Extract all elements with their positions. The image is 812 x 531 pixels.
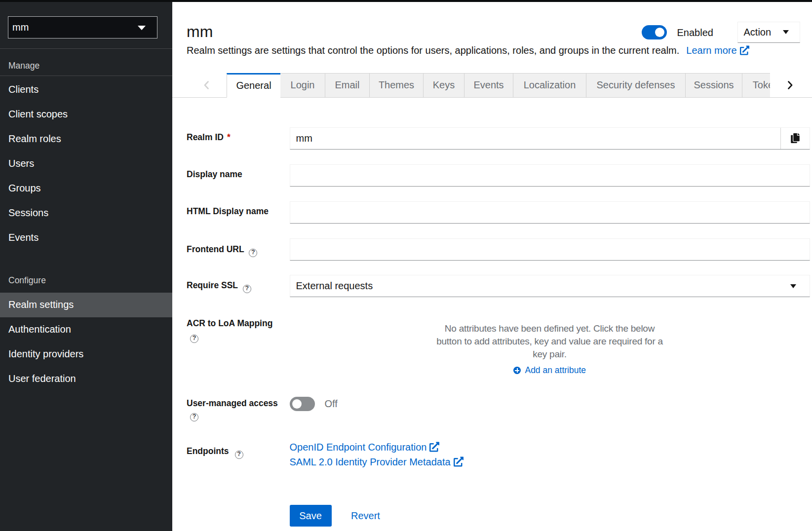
add-attribute-label: Add an attribute: [525, 365, 586, 376]
realm-id-input[interactable]: mm: [290, 128, 781, 149]
sidebar-item-authentication[interactable]: Authentication: [0, 317, 172, 342]
tabs: General Login Email Themes Keys Events L…: [172, 73, 812, 98]
sidebar-item-label: Realm roles: [8, 133, 61, 145]
help-icon[interactable]: ?: [243, 285, 251, 293]
sidebar-item-label: Groups: [8, 183, 41, 194]
sidebar-item-groups[interactable]: Groups: [0, 176, 172, 200]
require-ssl-select[interactable]: External requests: [290, 275, 810, 297]
tab-label: Themes: [379, 79, 414, 91]
tab-label: Tokens: [753, 79, 770, 91]
sidebar-item-label: Sessions: [8, 207, 48, 219]
sidebar-item-clients[interactable]: Clients: [0, 77, 172, 102]
learn-more-label: Learn more: [686, 45, 736, 56]
tab-themes[interactable]: Themes: [370, 73, 424, 98]
tab-label: Keys: [433, 79, 455, 91]
tab-keys[interactable]: Keys: [424, 73, 464, 98]
realm-id-label-text: Realm ID: [187, 132, 224, 142]
action-dropdown-button[interactable]: Action: [737, 22, 800, 43]
realm-id-label: Realm ID*: [187, 131, 231, 144]
sidebar-item-users[interactable]: Users: [0, 151, 172, 176]
external-link-icon: [740, 45, 749, 55]
tabs-viewport: General Login Email Themes Keys Events L…: [227, 73, 770, 98]
sidebar-item-label: Identity providers: [8, 348, 83, 360]
acr-empty-text: No attributes have been defined yet. Cli…: [431, 322, 668, 361]
action-label: Action: [738, 27, 772, 38]
sidebar-divider: [0, 76, 172, 76]
user-managed-access-toggle[interactable]: [290, 397, 315, 411]
user-managed-access-label: User-managed access: [187, 397, 278, 410]
sidebar-item-user-federation[interactable]: User federation: [0, 367, 172, 391]
required-asterisk: *: [227, 132, 231, 142]
sidebar-item-client-scopes[interactable]: Client scopes: [0, 102, 172, 126]
sidebar-item-realm-settings[interactable]: Realm settings: [0, 293, 172, 317]
sidebar-item-label: Client scopes: [8, 109, 68, 120]
endpoints-label-text: Endpoints: [187, 446, 229, 456]
sidebar-item-label: Clients: [8, 84, 39, 95]
help-icon[interactable]: ?: [190, 335, 198, 343]
add-attribute-button[interactable]: Add an attribute: [290, 365, 810, 376]
help-icon[interactable]: ?: [249, 249, 257, 257]
tab-label: Email: [335, 79, 359, 91]
realm-selector-dropdown[interactable]: mm: [8, 16, 157, 38]
revert-link[interactable]: Revert: [351, 509, 380, 522]
learn-more-link[interactable]: Learn more: [686, 45, 749, 56]
external-link-icon: [429, 442, 439, 452]
sidebar-item-label: User federation: [8, 373, 76, 384]
toggle-knob: [292, 399, 302, 409]
display-name-input[interactable]: [290, 164, 810, 187]
tab-security-defenses[interactable]: Security defenses: [586, 73, 686, 98]
tab-tokens[interactable]: Tokens: [742, 73, 770, 98]
external-link-icon: [454, 456, 464, 467]
tab-label: Events: [473, 79, 503, 91]
endpoint-link-label: SAML 2.0 Identity Provider Metadata: [290, 456, 451, 467]
acr-label: ACR to LoA Mapping: [187, 317, 285, 330]
copy-button[interactable]: [781, 128, 810, 149]
plus-circle-icon: [513, 367, 521, 375]
realm-selector-value: mm: [8, 22, 29, 33]
save-button[interactable]: Save: [290, 505, 332, 527]
frontend-url-input[interactable]: [290, 238, 810, 261]
tab-label: General: [236, 80, 271, 91]
top-strip: [0, 0, 812, 2]
sidebar-item-sessions[interactable]: Sessions: [0, 200, 172, 225]
sidebar-item-identity-providers[interactable]: Identity providers: [0, 342, 172, 367]
tab-label: Security defenses: [597, 79, 675, 91]
tab-general[interactable]: General: [227, 73, 280, 98]
html-display-name-input[interactable]: [290, 201, 810, 224]
nav-section-title-manage: Manage: [8, 59, 39, 72]
require-ssl-label: Require SSL ?: [187, 279, 251, 293]
help-icon[interactable]: ?: [190, 413, 198, 421]
tab-events[interactable]: Events: [464, 73, 513, 98]
tab-label: Login: [291, 79, 315, 91]
sidebar-item-label: Realm settings: [8, 299, 74, 310]
display-name-label: Display name: [187, 168, 242, 181]
saml-metadata-link[interactable]: SAML 2.0 Identity Provider Metadata: [290, 455, 464, 470]
sidebar: mm Manage Clients Client scopes Realm ro…: [0, 0, 172, 531]
caret-down-icon: [790, 284, 796, 288]
sidebar-item-realm-roles[interactable]: Realm roles: [0, 126, 172, 151]
require-ssl-label-text: Require SSL: [187, 280, 238, 290]
sidebar-item-label: Authentication: [8, 324, 71, 335]
tab-sessions[interactable]: Sessions: [686, 73, 742, 98]
page-description: Realm settings are settings that control…: [187, 44, 749, 57]
enabled-toggle[interactable]: [642, 25, 667, 39]
frontend-url-label: Frontend URL ?: [187, 243, 257, 257]
caret-down-icon: [138, 26, 146, 30]
endpoint-link-label: OpenID Endpoint Configuration: [290, 442, 427, 453]
tab-localization[interactable]: Localization: [513, 73, 586, 98]
sidebar-item-label: Users: [8, 158, 34, 169]
tab-login[interactable]: Login: [280, 73, 325, 98]
tab-email[interactable]: Email: [325, 73, 370, 98]
page-description-text: Realm settings are settings that control…: [187, 45, 679, 56]
tabs-scroll-right-area: [770, 73, 812, 98]
chevron-left-icon[interactable]: [204, 81, 209, 89]
sidebar-divider: [0, 48, 172, 49]
help-icon[interactable]: ?: [235, 451, 243, 459]
openid-endpoint-link[interactable]: OpenID Endpoint Configuration: [290, 440, 464, 455]
chevron-right-icon[interactable]: [788, 81, 793, 89]
enabled-label: Enabled: [677, 26, 713, 39]
sidebar-item-events[interactable]: Events: [0, 225, 172, 250]
toggle-knob: [655, 28, 664, 37]
frontend-url-label-text: Frontend URL: [187, 244, 244, 254]
main-content: mm Realm settings are settings that cont…: [172, 0, 812, 531]
